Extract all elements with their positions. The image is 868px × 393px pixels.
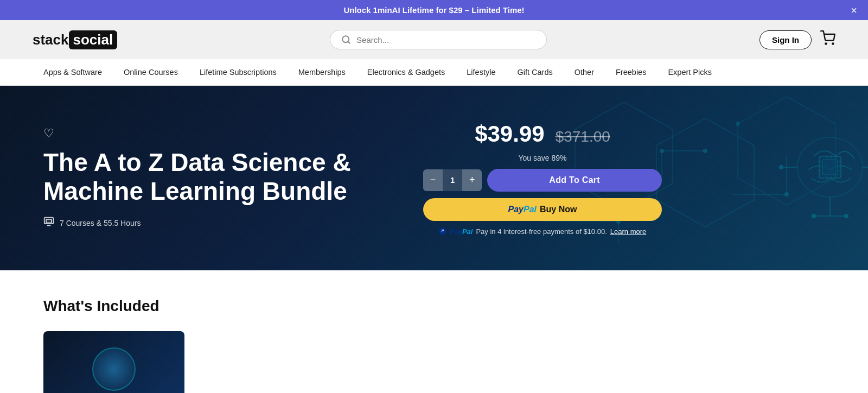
quantity-increase-button[interactable]: + (462, 169, 482, 191)
original-price: $371.00 (556, 128, 610, 145)
paypal-logo-small: PayPal (450, 227, 473, 236)
included-thumbnail (43, 331, 184, 393)
thumbnail-inner-circle (92, 347, 136, 391)
logo-social-text: social (69, 30, 118, 49)
quantity-decrease-button[interactable]: − (423, 169, 443, 191)
header: stacksocial Sign In (0, 20, 868, 59)
whats-included-section: What's Included (0, 270, 868, 393)
svg-point-25 (812, 214, 816, 218)
svg-point-16 (784, 192, 789, 196)
price-row: $39.99 $371.00 (423, 121, 662, 147)
nav-item-memberships[interactable]: Memberships (288, 59, 356, 85)
wishlist-icon[interactable]: ♡ (43, 126, 54, 141)
qty-cart-row: − 1 + Add To Cart (423, 169, 662, 192)
promo-close-button[interactable]: × (851, 5, 857, 16)
promo-text: Unlock 1minAI Lifetime for $29 – Limited… (343, 5, 524, 15)
quantity-value: 1 (443, 175, 462, 185)
promo-banner: Unlock 1minAI Lifetime for $29 – Limited… (0, 0, 868, 20)
svg-point-2 (825, 43, 826, 44)
header-actions: Sign In (760, 30, 835, 49)
svg-point-26 (844, 214, 848, 218)
section-title: What's Included (43, 297, 825, 315)
quantity-control: − 1 + (423, 169, 482, 191)
svg-point-3 (832, 43, 833, 44)
nav-item-lifestyle[interactable]: Lifestyle (456, 59, 506, 85)
svg-rect-44 (46, 219, 52, 223)
cart-icon (820, 30, 835, 46)
current-price: $39.99 (475, 121, 544, 147)
paypal-small-logo-icon: P (439, 227, 446, 235)
search-input[interactable] (356, 35, 535, 45)
hero-section: ♡ The A to Z Data Science & Machine Lear… (0, 86, 868, 270)
paypal-installment-text: P PayPal Pay in 4 interest-free payments… (439, 227, 647, 236)
svg-text:P: P (441, 229, 444, 233)
svg-point-27 (779, 165, 783, 169)
paypal-installment-info: Pay in 4 interest-free payments of $10.0… (476, 227, 607, 236)
hero-meta-text: 7 Courses & 55.5 Hours (60, 219, 141, 227)
nav-item-online-courses[interactable]: Online Courses (113, 59, 189, 85)
cart-button[interactable] (820, 30, 835, 49)
hero-meta: 7 Courses & 55.5 Hours (43, 216, 423, 230)
svg-rect-29 (819, 156, 841, 178)
search-bar (330, 30, 547, 49)
search-container (133, 30, 743, 49)
svg-line-1 (348, 41, 350, 43)
svg-rect-30 (822, 160, 838, 175)
nav-item-electronics[interactable]: Electronics & Gadgets (356, 59, 456, 85)
nav-item-freebies[interactable]: Freebies (605, 59, 657, 85)
hero-content: ♡ The A to Z Data Science & Machine Lear… (43, 126, 423, 230)
nav-item-other[interactable]: Other (564, 59, 605, 85)
courses-icon (43, 216, 54, 230)
main-nav: Apps & Software Online Courses Lifetime … (0, 59, 868, 86)
savings-text: You save 89% (519, 154, 567, 162)
logo-stack-text: stack (33, 31, 69, 48)
svg-marker-6 (738, 97, 835, 205)
paypal-buy-now-text: Buy Now (540, 205, 577, 214)
svg-point-18 (736, 122, 740, 126)
nav-item-apps-software[interactable]: Apps & Software (33, 59, 113, 85)
hero-title: The A to Z Data Science & Machine Learni… (43, 148, 423, 206)
svg-point-19 (797, 137, 863, 197)
paypal-buy-now-button[interactable]: PayPal Buy Now (423, 198, 662, 221)
search-icon (341, 35, 351, 45)
svg-point-15 (703, 149, 707, 153)
paypal-learn-more-link[interactable]: Learn more (610, 227, 646, 236)
sign-in-button[interactable]: Sign In (760, 30, 812, 49)
pricing-panel: $39.99 $371.00 You save 89% − 1 + Add To… (423, 121, 662, 236)
svg-marker-5 (656, 118, 754, 227)
nav-item-expert-picks[interactable]: Expert Picks (657, 59, 723, 85)
nav-item-lifetime-subscriptions[interactable]: Lifetime Subscriptions (189, 59, 288, 85)
logo[interactable]: stacksocial (33, 30, 117, 49)
paypal-logo: PayPal (508, 205, 537, 214)
nav-item-gift-cards[interactable]: Gift Cards (506, 59, 563, 85)
add-to-cart-button[interactable]: Add To Cart (487, 169, 662, 192)
